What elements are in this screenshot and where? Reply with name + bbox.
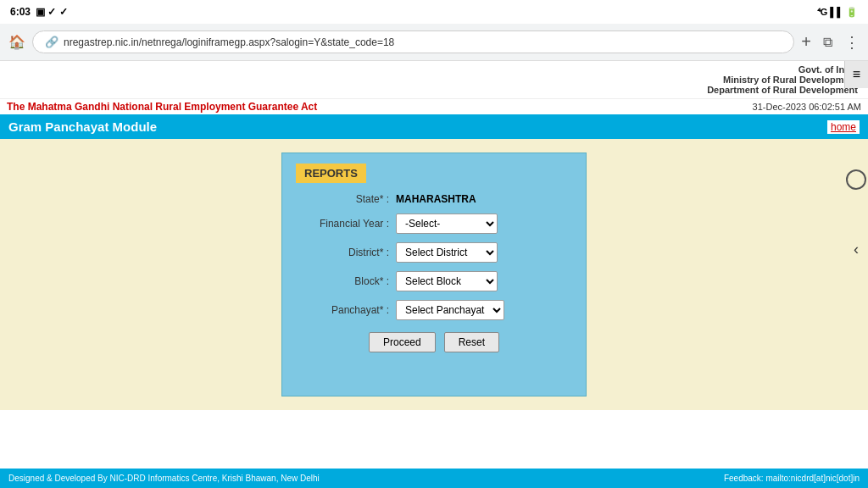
state-row: State* : MAHARASHTRA	[296, 193, 572, 205]
side-circle-top	[846, 169, 866, 190]
reset-button[interactable]: Reset	[444, 332, 499, 352]
panchayat-select[interactable]: Select Panchayat	[396, 300, 504, 320]
back-arrow[interactable]: ‹	[854, 241, 859, 258]
footer-right: Feedback: mailto:nicdrd[at]nic[dot]in	[724, 474, 860, 483]
gov-line1: Govt. of India	[10, 64, 858, 75]
act-datetime: 31-Dec-2023 06:02:51 AM	[753, 102, 861, 112]
content-area: REPORTS State* : MAHARASHTRA Financial Y…	[0, 139, 868, 410]
webpage-content: Govt. of India Ministry of Rural Develop…	[0, 61, 868, 410]
state-label: State* :	[296, 193, 389, 205]
menu-dots-icon[interactable]: ⋮	[844, 33, 860, 52]
url-text: nregastrep.nic.in/netnrega/loginiframegp…	[64, 36, 394, 48]
tabs-icon[interactable]: ⧉	[823, 35, 832, 50]
gov-line3: Department of Rural Development	[10, 85, 858, 95]
signal-info: ⁴G ▌▌ 🔋	[817, 7, 858, 18]
reports-title: REPORTS	[296, 164, 366, 183]
gov-header: Govt. of India Ministry of Rural Develop…	[0, 61, 868, 99]
time-display: 6:03	[10, 6, 31, 18]
district-select[interactable]: Select District	[396, 242, 498, 263]
footer: Designed & Developed By NIC-DRD Informat…	[0, 469, 868, 488]
browser-menu-icon[interactable]: ≡	[844, 61, 868, 88]
module-bar: Gram Panchayat Module home	[0, 114, 868, 139]
reports-box: REPORTS State* : MAHARASHTRA Financial Y…	[281, 152, 587, 396]
block-label: Block* :	[296, 275, 389, 287]
status-icons: ▣ ✓ ✓	[36, 6, 68, 18]
block-select[interactable]: Select Block	[396, 271, 498, 291]
financial-year-row: Financial Year : -Select- 2023-24 2022-2…	[296, 214, 572, 234]
browser-home-button[interactable]: 🏠	[8, 34, 25, 50]
module-title: Gram Panchayat Module	[8, 119, 157, 134]
browser-chrome: 🏠 🔗 nregastrep.nic.in/netnrega/loginifra…	[0, 24, 868, 61]
home-link[interactable]: home	[827, 120, 860, 134]
status-left: 6:03 ▣ ✓ ✓	[10, 6, 68, 18]
proceed-button[interactable]: Proceed	[369, 332, 436, 352]
url-bar[interactable]: 🔗 nregastrep.nic.in/netnrega/loginiframe…	[32, 30, 794, 53]
side-nav: ‹	[844, 169, 868, 258]
status-bar: 6:03 ▣ ✓ ✓ ⁴G ▌▌ 🔋	[0, 0, 868, 24]
state-value: MAHARASHTRA	[396, 193, 476, 205]
button-row: Proceed Reset	[296, 332, 572, 352]
financial-year-label: Financial Year :	[296, 218, 389, 230]
district-label: District* :	[296, 247, 389, 258]
footer-left: Designed & Developed By NIC-DRD Informat…	[8, 474, 320, 483]
add-tab-icon[interactable]: +	[801, 32, 811, 52]
panchayat-label: Panchayat* :	[296, 304, 389, 316]
act-header: The Mahatma Gandhi National Rural Employ…	[0, 99, 868, 114]
status-right: ⁴G ▌▌ 🔋	[817, 7, 858, 18]
block-row: Block* : Select Block	[296, 271, 572, 291]
financial-year-select[interactable]: -Select- 2023-24 2022-23 2021-22	[396, 214, 498, 234]
panchayat-row: Panchayat* : Select Panchayat	[296, 300, 572, 320]
gov-line2: Ministry of Rural Development	[10, 75, 858, 85]
district-row: District* : Select District	[296, 242, 572, 263]
act-title: The Mahatma Gandhi National Rural Employ…	[7, 101, 317, 113]
browser-actions: + ⧉ ⋮	[801, 32, 860, 52]
